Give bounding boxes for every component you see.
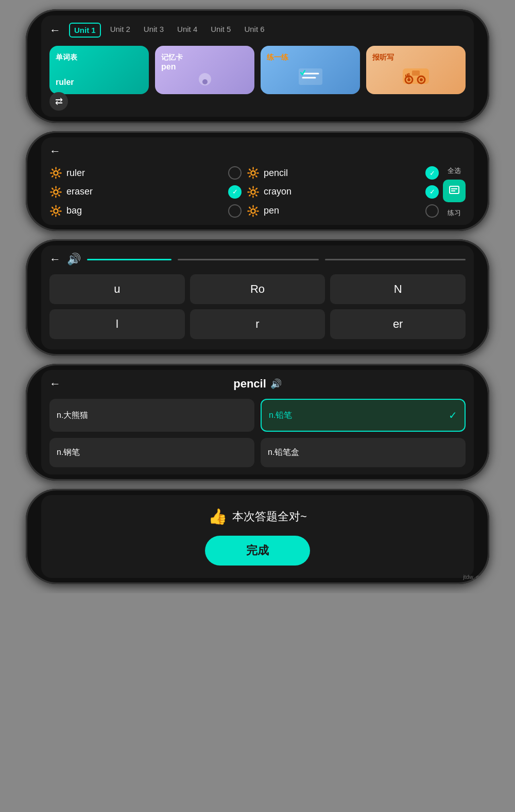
word-item-crayon[interactable]: 🔆 crayon ✓ (247, 185, 439, 199)
card2-title: 记忆卡 (161, 53, 248, 62)
screen-1: ← Unit 1 Unit 2 Unit 3 Unit 4 Unit 5 Uni… (41, 15, 474, 117)
word-label-eraser: eraser (66, 186, 93, 197)
letter-btn-n[interactable]: N (330, 274, 466, 304)
word-check-ruler[interactable] (228, 166, 242, 180)
svg-rect-14 (450, 186, 459, 193)
mc-option-panda-text: n.大熊猫 (57, 410, 88, 421)
card2-icon (161, 72, 248, 87)
mc-options: n.大熊猫 n.铅笔 ✓ n.钢笔 n.铅笔盒 (49, 399, 466, 467)
screen-2: ← 🔆 ruler 🔆 pencil ✓ 🔆 eraser (41, 137, 474, 225)
completion-text: 本次答题全对~ (232, 509, 307, 524)
card-practice[interactable]: 练一练 (261, 46, 360, 94)
word-icon-bag: 🔆 (49, 205, 62, 217)
word-item-eraser[interactable]: 🔆 eraser ✓ (49, 185, 242, 199)
spell-seg-1 (87, 259, 171, 260)
device-panel-2: ← 🔆 ruler 🔆 pencil ✓ 🔆 eraser (26, 131, 489, 231)
practice-label: 练习 (448, 208, 461, 218)
word-label-pencil: pencil (264, 168, 288, 179)
word-list-header: ← (49, 145, 466, 158)
letter-btn-l[interactable]: l (49, 309, 185, 339)
sound-icon-4[interactable]: 🔊 (270, 378, 282, 390)
word-icon-ruler: 🔆 (49, 167, 62, 179)
tab-unit6[interactable]: Unit 6 (240, 23, 268, 38)
card1-subtitle: ruler (56, 78, 143, 87)
mc-check-icon: ✓ (449, 409, 457, 421)
back-button-2[interactable]: ← (49, 145, 61, 158)
word-item-ruler[interactable]: 🔆 ruler (49, 166, 242, 180)
letter-btn-ro[interactable]: Ro (190, 274, 325, 304)
letter-grid: u Ro N l r er (49, 274, 466, 339)
word-grid: 🔆 ruler 🔆 pencil ✓ 🔆 eraser ✓ 🔆 (49, 166, 439, 218)
word-item-bag[interactable]: 🔆 bag (49, 204, 242, 218)
practice-button[interactable] (443, 180, 466, 202)
word-item-pen[interactable]: 🔆 pen (247, 204, 439, 218)
screen-3: ← 🔊 u Ro N l r er (41, 245, 474, 349)
svg-point-1 (202, 79, 208, 84)
nav-row: ← Unit 1 Unit 2 Unit 3 Unit 4 Unit 5 Uni… (49, 23, 466, 38)
word-check-crayon[interactable]: ✓ (425, 185, 439, 199)
mc-option-pen[interactable]: n.钢笔 (49, 438, 254, 467)
word-label-ruler: ruler (66, 168, 85, 179)
card-vocabulary[interactable]: 单词表 ruler (49, 46, 149, 94)
unit-tabs: Unit 1 Unit 2 Unit 3 Unit 4 Unit 5 Unit … (69, 23, 269, 38)
device-panel-4: ← pencil 🔊 n.大熊猫 n.铅笔 ✓ n.钢笔 n.铅笔盒 (26, 364, 489, 481)
back-button-3[interactable]: ← (49, 253, 61, 266)
word-check-bag[interactable] (228, 204, 242, 218)
spell-header: ← 🔊 (49, 253, 466, 266)
spell-seg-3 (325, 259, 466, 260)
word-item-pencil[interactable]: 🔆 pencil ✓ (247, 166, 439, 180)
tab-unit3[interactable]: Unit 3 (140, 23, 168, 38)
card3-icon (267, 66, 354, 87)
mc-option-pencilbox[interactable]: n.铅笔盒 (261, 438, 466, 467)
sound-icon-3[interactable]: 🔊 (67, 253, 81, 266)
spell-seg-2 (178, 259, 318, 260)
word-check-eraser[interactable]: ✓ (228, 185, 242, 199)
screen-5: 👍 本次答题全对~ 完成 (41, 495, 474, 578)
trophy-icon: 👍 (208, 507, 227, 525)
card-dictation[interactable]: 报听写 (366, 46, 466, 94)
screen-4: ← pencil 🔊 n.大熊猫 n.铅笔 ✓ n.钢笔 n.铅笔盒 (41, 370, 474, 474)
card1-title: 单词表 (56, 53, 143, 62)
spell-lines (87, 259, 466, 260)
word-label-pen: pen (264, 205, 279, 216)
svg-point-7 (407, 78, 410, 81)
swap-button[interactable]: ⇄ (49, 92, 68, 111)
card3-title: 练一练 (267, 53, 354, 62)
back-button-1[interactable]: ← (49, 24, 61, 37)
word-check-pencil[interactable]: ✓ (425, 166, 439, 180)
word-label-crayon: crayon (264, 186, 291, 197)
svg-point-9 (420, 78, 423, 81)
tab-unit5[interactable]: Unit 5 (207, 23, 235, 38)
cards-row: 单词表 ruler 记忆卡 pen 练一练 (49, 46, 466, 94)
word-icon-crayon: 🔆 (247, 186, 260, 198)
device-panel-5: 👍 本次答题全对~ 完成 jtdw_cr (26, 489, 489, 584)
tab-unit4[interactable]: Unit 4 (173, 23, 201, 38)
word-label-bag: bag (66, 205, 82, 216)
mc-word: pencil (233, 377, 266, 391)
select-all-label[interactable]: 全选 (448, 166, 461, 175)
mc-option-pencil-text: n.铅笔 (269, 410, 292, 421)
mc-option-pencilbox-text: n.铅笔盒 (268, 447, 299, 458)
mc-option-panda[interactable]: n.大熊猫 (49, 399, 254, 432)
tab-unit1[interactable]: Unit 1 (69, 23, 101, 38)
device-panel-1: ← Unit 1 Unit 2 Unit 3 Unit 4 Unit 5 Uni… (26, 9, 489, 123)
right-actions: 全选 练习 (439, 166, 466, 218)
card4-title: 报听写 (372, 53, 459, 62)
back-button-4[interactable]: ← (49, 377, 61, 391)
device-panel-3: ← 🔊 u Ro N l r er (26, 239, 489, 356)
word-icon-pen: 🔆 (247, 205, 260, 217)
svg-rect-2 (299, 68, 322, 85)
svg-rect-10 (412, 70, 420, 76)
word-icon-pencil: 🔆 (247, 167, 260, 179)
tab-unit2[interactable]: Unit 2 (106, 23, 134, 38)
letter-btn-r[interactable]: r (190, 309, 325, 339)
letter-btn-er[interactable]: er (330, 309, 466, 339)
done-button[interactable]: 完成 (205, 536, 310, 566)
word-icon-eraser: 🔆 (49, 186, 62, 198)
letter-btn-u[interactable]: u (49, 274, 185, 304)
mc-header: ← pencil 🔊 (49, 377, 466, 391)
card-memory[interactable]: 记忆卡 pen (155, 46, 254, 94)
mc-option-pencil[interactable]: n.铅笔 ✓ (261, 399, 466, 432)
word-check-pen[interactable] (425, 204, 439, 218)
card2-subtitle: pen (161, 62, 248, 72)
